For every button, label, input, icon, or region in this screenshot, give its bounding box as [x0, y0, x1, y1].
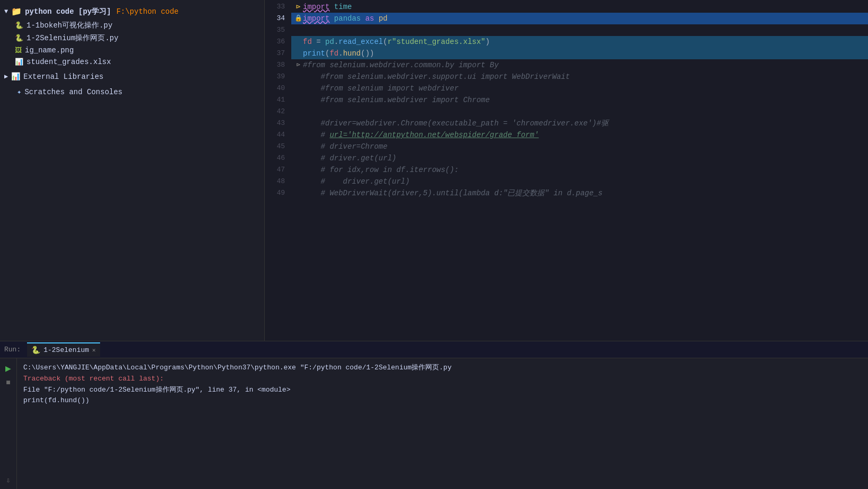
- code-line-48: # driver.get(url): [291, 176, 868, 187]
- file-student-grades[interactable]: 📊 student_grades.xlsx: [0, 56, 264, 68]
- line-num-35: 35: [271, 24, 285, 36]
- run-content-area: ▶ ■ ⇩ C:\Users\YANGJIE\AppData\Local\Pro…: [0, 358, 868, 489]
- run-output: C:\Users\YANGJIE\AppData\Local\Programs\…: [17, 358, 868, 489]
- line-numbers: 33 34 35 36 37 38 39 40 41 42 43 44 45 4…: [265, 0, 291, 341]
- line-num-46: 46: [271, 152, 285, 164]
- line-num-40: 40: [271, 83, 285, 94]
- bottom-panel: Run: 🐍 1-2Selenium ✕ ▶ ■ ⇩ C:\Users\YANG…: [0, 341, 868, 489]
- comment-45: # driver=Chrome: [303, 141, 388, 152]
- comment-44: #: [303, 129, 329, 141]
- line-num-49: 49: [271, 187, 285, 199]
- func-print: print: [303, 48, 325, 59]
- py-file-icon: 🐍: [15, 34, 23, 42]
- code-line-36: fd = pd . read_excel ( r"student_grades.…: [291, 36, 868, 48]
- run-output-line-2: Traceback (most recent call last):: [23, 374, 862, 385]
- run-output-line-4: print(fd.hund()): [23, 395, 862, 406]
- external-libraries-section[interactable]: ▶ 📊 External Libraries: [0, 70, 264, 83]
- comment-48: # driver.get(url): [303, 176, 410, 187]
- comment-49: # WebDriverWait(driver,5).until(lambda d…: [303, 187, 603, 199]
- run-play-button[interactable]: ▶: [5, 363, 11, 374]
- file-label: student_grades.xlsx: [26, 58, 111, 66]
- line-num-42: 42: [271, 106, 285, 117]
- run-scroll-button[interactable]: ⇩: [6, 476, 10, 485]
- run-tab-bar: Run: 🐍 1-2Selenium ✕: [0, 341, 868, 358]
- file-label: ig_name.png: [25, 46, 74, 55]
- png-file-icon: 🖼: [15, 47, 22, 55]
- line-num-45: 45: [271, 141, 285, 152]
- main-area: ▼ 📁 python code [py学习] F:\python code 🐍 …: [0, 0, 868, 341]
- project-name: python code [py学习]: [25, 7, 111, 16]
- code-line-40: #from selenium import webdriver: [291, 83, 868, 94]
- breakpoint-area-38: ⊳: [293, 59, 303, 71]
- code-line-46: # driver.get(url): [291, 152, 868, 164]
- xlsx-file-icon: 📊: [15, 58, 23, 66]
- scratches-icon: ✦: [17, 87, 21, 96]
- run-output-line-3: File "F:/python code/1-2Selenium操作网页.py"…: [23, 385, 862, 396]
- code-line-44: # url='http://antpython.net/webspider/gr…: [291, 129, 868, 141]
- code-line-49: # WebDriverWait(driver,5).until(lambda d…: [291, 187, 868, 199]
- keyword-import-34: import: [303, 13, 329, 24]
- line-num-41: 41: [271, 94, 285, 106]
- comment-46: # driver.get(url): [303, 152, 396, 164]
- project-folder-icon: 📁: [11, 6, 22, 17]
- line-num-38: 38: [271, 59, 285, 71]
- code-line-43: #driver=webdriver.Chrome(executable_path…: [291, 117, 868, 129]
- keyword-as: as: [365, 13, 374, 24]
- line-num-37: 37: [271, 48, 285, 59]
- file-1-bokeh[interactable]: 🐍 1-1bokeh可视化操作.py: [0, 19, 264, 32]
- comment-39: #from selenium.webdriver.support.ui impo…: [303, 71, 570, 83]
- module-time: time: [334, 1, 352, 13]
- line-num-48: 48: [271, 176, 285, 187]
- file-1-selenium[interactable]: 🐍 1-2Selenium操作网页.py: [0, 32, 264, 44]
- project-header[interactable]: ▼ 📁 python code [py学习] F:\python code: [0, 4, 264, 19]
- code-container: 33 34 35 36 37 38 39 40 41 42 43 44 45 4…: [265, 0, 868, 341]
- code-line-39: #from selenium.webdriver.support.ui impo…: [291, 71, 868, 83]
- comment-41: #from selenium.webdriver import Chrome: [303, 94, 490, 106]
- run-tab[interactable]: 🐍 1-2Selenium ✕: [27, 342, 100, 357]
- code-line-35: [291, 24, 868, 36]
- code-line-45: # driver=Chrome: [291, 141, 868, 152]
- line-num-47: 47: [271, 164, 285, 176]
- code-line-34: 🔒 import pandas as pd: [291, 13, 868, 24]
- comment-38: #from selenium.webdriver.common.by impor…: [303, 59, 499, 71]
- breakpoint-area-33: ⊳: [293, 1, 303, 13]
- file-ig-name[interactable]: 🖼 ig_name.png: [0, 44, 264, 56]
- line-num-39: 39: [271, 71, 285, 83]
- run-tab-label: 1-2Selenium: [43, 346, 89, 354]
- run-stop-button[interactable]: ■: [6, 378, 10, 387]
- var-fd-37: fd: [329, 48, 338, 59]
- code-content[interactable]: ⊳ import time 🔒 import pandas as: [291, 0, 868, 341]
- fold-marker-33: ⊳: [296, 1, 300, 13]
- comment-url-44: url='http://antpython.net/webspider/grad…: [329, 129, 539, 141]
- run-tab-close-button[interactable]: ✕: [92, 347, 96, 354]
- code-line-37: print ( fd . hund () ): [291, 48, 868, 59]
- scratches-label: Scratches and Consoles: [24, 88, 122, 96]
- project-path: F:\python code: [117, 7, 179, 16]
- line-num-33: 33: [271, 1, 285, 13]
- lock-icon-34: 🔒: [294, 13, 302, 24]
- var-fd: fd: [303, 36, 312, 48]
- code-line-42: [291, 106, 868, 117]
- file-label: 1-2Selenium操作网页.py: [26, 33, 119, 43]
- code-line-41: #from selenium.webdriver import Chrome: [291, 94, 868, 106]
- run-output-line-1: C:\Users\YANGJIE\AppData\Local\Programs\…: [23, 363, 862, 374]
- ext-lib-icon: 📊: [11, 72, 20, 81]
- run-toolbar: ▶ ■ ⇩: [0, 358, 17, 489]
- code-line-47: # for idx,row in df.iterrows():: [291, 164, 868, 176]
- line-num-44: 44: [271, 129, 285, 141]
- func-read-excel: read_excel: [338, 36, 383, 48]
- code-line-33: ⊳ import time: [291, 1, 868, 13]
- scratches-section[interactable]: ✦ Scratches and Consoles: [0, 85, 264, 98]
- run-label: Run:: [4, 346, 21, 354]
- alias-pd: pd: [379, 13, 388, 24]
- breakpoint-area-34: 🔒: [293, 13, 303, 24]
- comment-47: # for idx,row in df.iterrows():: [303, 164, 459, 176]
- keyword-import-33: import: [303, 1, 329, 13]
- module-pd-36: pd: [325, 36, 334, 48]
- editor-area: 33 34 35 36 37 38 39 40 41 42 43 44 45 4…: [265, 0, 868, 341]
- project-expand-arrow: ▼: [4, 8, 8, 15]
- fold-marker-38: ⊳: [296, 59, 300, 71]
- ext-lib-label: External Libraries: [23, 73, 103, 81]
- file-label: 1-1bokeh可视化操作.py: [26, 21, 112, 30]
- string-path: r"student_grades.xlsx": [388, 36, 486, 48]
